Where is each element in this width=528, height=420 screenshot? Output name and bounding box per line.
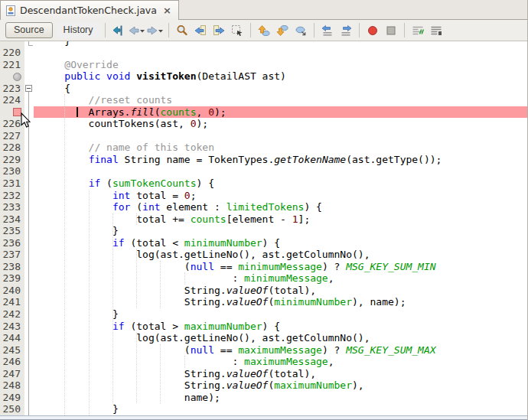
code-line[interactable]: 221 @Override xyxy=(0,59,527,71)
fold-margin[interactable] xyxy=(24,332,34,344)
code-line[interactable]: 230 xyxy=(0,165,527,177)
line-number-gutter[interactable]: 244 xyxy=(0,332,24,344)
comment-icon[interactable] xyxy=(409,22,427,39)
previous-bookmark-icon[interactable] xyxy=(255,22,273,39)
code-text[interactable]: : maximumMessage, xyxy=(34,356,527,368)
code-line[interactable]: 240 String.valueOf(total), xyxy=(0,285,527,297)
code-editor[interactable]: }220221 @Override public void visitToken… xyxy=(0,41,527,420)
code-line[interactable]: 247 String.valueOf(total), xyxy=(0,368,527,380)
code-text[interactable]: // name of this token xyxy=(34,142,527,154)
line-number-gutter[interactable]: 232 xyxy=(0,190,24,202)
code-text[interactable]: { xyxy=(34,83,527,95)
last-edit-location-icon[interactable] xyxy=(109,22,128,39)
fold-margin[interactable] xyxy=(24,165,34,177)
code-line[interactable]: 223 { xyxy=(0,83,527,95)
code-text[interactable]: (null == maximumMessage) ? MSG_KEY_SUM_M… xyxy=(34,344,527,357)
line-number-gutter[interactable]: 247 xyxy=(0,368,24,380)
fold-margin[interactable] xyxy=(24,272,34,285)
line-number-gutter[interactable]: 246 xyxy=(0,356,24,368)
code-text[interactable]: total += counts[element - 1]; xyxy=(34,213,527,226)
find-next-icon[interactable] xyxy=(210,22,228,39)
line-number-gutter[interactable]: 240 xyxy=(0,285,24,297)
code-text[interactable]: : minimumMessage, xyxy=(34,272,527,285)
fold-margin[interactable] xyxy=(24,392,34,404)
code-text[interactable]: if (sumTokenCounts) { xyxy=(34,177,527,190)
code-text[interactable]: (null == minimumMessage) ? MSG_KEY_SUM_M… xyxy=(34,261,527,273)
code-text[interactable]: if (total < minimumNumber) { xyxy=(34,237,527,249)
code-line[interactable]: 248 String.valueOf(maximumNumber), xyxy=(0,379,527,392)
fold-margin[interactable] xyxy=(24,70,34,83)
code-text[interactable]: } xyxy=(34,41,527,47)
fold-margin[interactable] xyxy=(24,308,34,321)
code-line[interactable]: public void visitToken(DetailAST ast) xyxy=(0,70,527,83)
find-previous-icon[interactable] xyxy=(191,22,210,39)
fold-margin[interactable] xyxy=(24,201,34,213)
code-text[interactable] xyxy=(34,47,527,59)
code-text[interactable]: final String name = TokenTypes.getTokenN… xyxy=(34,154,527,166)
fold-margin[interactable] xyxy=(24,130,34,142)
shift-left-icon[interactable] xyxy=(318,22,337,39)
fold-margin[interactable] xyxy=(24,321,34,333)
toggle-bookmark-icon[interactable] xyxy=(292,22,310,39)
line-number-gutter[interactable]: 250 xyxy=(0,403,24,415)
line-number-gutter[interactable]: 243 xyxy=(0,321,24,333)
code-text[interactable]: String.valueOf(total), xyxy=(34,368,527,380)
code-line[interactable]: 237 log(ast.getLineNo(), ast.getColumnNo… xyxy=(0,249,527,261)
line-number-gutter[interactable]: 223 xyxy=(0,83,24,95)
line-number-gutter[interactable]: 236 xyxy=(0,237,24,249)
fold-margin[interactable] xyxy=(24,47,34,59)
code-text[interactable]: log(ast.getLineNo(), ast.getColumnNo(), xyxy=(34,249,527,261)
code-line[interactable]: 234 total += counts[element - 1]; xyxy=(0,213,527,226)
line-number-gutter[interactable]: 228 xyxy=(0,142,24,154)
fold-margin[interactable] xyxy=(24,368,34,380)
code-line[interactable]: 243 if (total > maximumNumber) { xyxy=(0,321,527,333)
line-number-gutter[interactable]: 241 xyxy=(0,296,24,308)
code-text[interactable]: @Override xyxy=(34,59,527,71)
line-number-gutter[interactable] xyxy=(0,70,24,83)
code-text[interactable]: name); xyxy=(34,392,527,404)
fold-margin[interactable] xyxy=(24,213,34,226)
toggle-highlight-icon[interactable] xyxy=(228,22,246,39)
code-text[interactable]: Arrays.fill(counts, 0); xyxy=(34,106,527,119)
fold-margin[interactable] xyxy=(24,94,34,106)
tab-close-icon[interactable]: × xyxy=(163,5,171,15)
find-icon[interactable] xyxy=(173,22,191,39)
code-line[interactable]: Arrays.fill(counts, 0); xyxy=(0,106,527,119)
code-text[interactable]: public void visitToken(DetailAST ast) xyxy=(34,70,527,83)
code-text[interactable]: } xyxy=(34,403,527,415)
line-number-gutter[interactable]: 235 xyxy=(0,225,24,237)
fold-margin[interactable] xyxy=(24,190,34,202)
override-marker-icon[interactable] xyxy=(13,73,21,81)
code-line[interactable]: } xyxy=(0,41,527,47)
line-number-gutter[interactable]: 227 xyxy=(0,130,24,142)
code-line[interactable]: 236 if (total < minimumNumber) { xyxy=(0,237,527,249)
code-line[interactable]: 232 int total = 0; xyxy=(0,190,527,202)
shift-right-icon[interactable] xyxy=(337,22,355,39)
record-macro-icon[interactable] xyxy=(363,22,382,39)
line-number-gutter[interactable]: 248 xyxy=(0,379,24,392)
line-number-gutter[interactable]: 249 xyxy=(0,392,24,404)
code-text[interactable]: countTokens(ast, 0); xyxy=(34,118,527,130)
fold-collapse-icon[interactable] xyxy=(25,85,32,92)
uncomment-icon[interactable] xyxy=(427,22,445,39)
line-number-gutter[interactable] xyxy=(0,41,24,47)
back-icon[interactable] xyxy=(128,22,146,39)
code-line[interactable]: 229 final String name = TokenTypes.getTo… xyxy=(0,154,527,166)
code-text[interactable] xyxy=(34,165,527,177)
next-bookmark-icon[interactable] xyxy=(273,22,292,39)
code-text[interactable]: } xyxy=(34,225,527,237)
code-line[interactable]: 227 xyxy=(0,130,527,142)
code-text[interactable] xyxy=(34,130,527,142)
code-text[interactable]: if (total > maximumNumber) { xyxy=(34,321,527,333)
line-number-gutter[interactable]: 229 xyxy=(0,154,24,166)
code-text[interactable]: log(ast.getLineNo(), ast.getColumnNo(), xyxy=(34,332,527,344)
fold-margin[interactable] xyxy=(24,154,34,166)
fold-margin[interactable] xyxy=(24,142,34,154)
code-text[interactable]: int total = 0; xyxy=(34,190,527,202)
code-line[interactable]: 233 for (int element : limitedTokens) { xyxy=(0,201,527,213)
fold-margin[interactable] xyxy=(24,59,34,71)
fold-margin[interactable] xyxy=(24,403,34,415)
line-number-gutter[interactable]: 242 xyxy=(0,308,24,321)
line-number-gutter[interactable]: 237 xyxy=(0,249,24,261)
line-number-gutter[interactable]: 233 xyxy=(0,201,24,213)
